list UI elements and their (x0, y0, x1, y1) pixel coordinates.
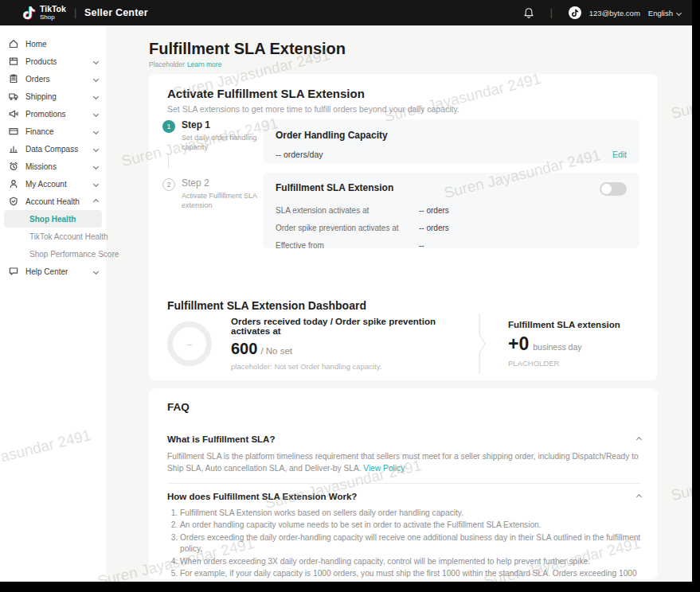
faq-question-2[interactable]: How does Fulfillment SLA Extension Work? (167, 492, 641, 501)
sidebar-item-promotions[interactable]: Promotions (0, 105, 106, 123)
main-content: Fulfillment SLA Extension PlaceholderLea… (106, 25, 692, 582)
top-bar: TikTok Shop | Seller Center | 123@byte.c… (0, 0, 692, 25)
page-subtitle-prefix: Placeholder (149, 60, 185, 68)
tiktok-note-icon (22, 6, 36, 21)
view-policy-link[interactable]: View Policy (363, 464, 405, 473)
orders-gauge: -- (167, 321, 212, 366)
edit-capacity-button[interactable]: Edit (612, 150, 627, 159)
orders-icon (8, 73, 19, 84)
missions-clock-icon (8, 161, 19, 172)
my-account-person-icon (8, 178, 19, 189)
dashboard-title: Fulfillment SLA Extension Dashboard (167, 299, 366, 312)
extension-panel-title: Fulfillment SLA Extension (276, 182, 627, 193)
capacity-panel-title: Order Handling Capacity (276, 130, 627, 141)
chevron-down-icon (93, 111, 99, 116)
sidebar-subitem-label: Shop Health (29, 215, 76, 224)
sidebar-item-label: Account Health (25, 197, 80, 206)
extension-note: PLACHOLDER (508, 359, 620, 368)
faq-question-1[interactable]: What is Fulfillment SLA? (167, 434, 641, 444)
faq-list-item: Fulfillment SLA Extension works based on… (180, 508, 641, 519)
sidebar-item-label: Promotions (25, 110, 66, 119)
faq-divider (167, 483, 641, 484)
chevron-down-icon (93, 58, 99, 64)
step-2-dot: 2 (162, 178, 175, 191)
extension-unit: business day (533, 342, 581, 352)
sidebar-item-home[interactable]: Home (0, 35, 106, 53)
user-avatar[interactable] (569, 6, 581, 19)
sidebar-item-missions[interactable]: Missions (0, 158, 106, 175)
sidebar-item-label: Products (25, 57, 57, 66)
page-subtitle: PlaceholderLearn more (149, 60, 221, 68)
sidebar-subitem-label: TikTok Account Health (29, 232, 108, 241)
chevron-down-icon (93, 128, 99, 134)
row-value: -- (419, 241, 424, 250)
sidebar-subitem-shop-health[interactable]: Shop Health (4, 210, 102, 228)
faq-question-text: How does Fulfillment SLA Extension Work? (167, 492, 357, 501)
orders-received-value: 600 (231, 340, 257, 357)
app-title: Seller Center (84, 7, 148, 18)
chevron-up-icon (636, 493, 642, 499)
sidebar-item-orders[interactable]: Orders (0, 70, 106, 88)
faq-card: FAQ What is Fulfillment SLA? Fulfillment… (149, 388, 658, 579)
step-2-title: Step 2 (182, 177, 258, 189)
sidebar-item-label: Orders (25, 75, 50, 84)
sidebar-item-shipping[interactable]: Shipping (0, 88, 106, 105)
user-email: 123@byte.com (589, 9, 640, 18)
activate-card-title: Activate Fulfillment SLA Extension (167, 87, 365, 100)
sidebar-item-label: Home (25, 40, 47, 49)
sidebar-subitem-shop-performance-score[interactable]: Shop Performance Score (4, 245, 102, 263)
sidebar-item-label: Finance (25, 127, 54, 136)
sidebar-item-label: Data Compass (25, 145, 78, 154)
language-label: English (648, 9, 673, 18)
sidebar-item-products[interactable]: Products (0, 53, 106, 70)
topbar-divider: | (74, 7, 76, 18)
help-center-chat-icon (8, 266, 19, 277)
sidebar-subitem-label: Shop Performance Score (29, 250, 119, 259)
capacity-value: -- orders/day (276, 150, 323, 159)
sidebar-item-my-account[interactable]: My Account (0, 175, 106, 193)
finance-card-icon (8, 126, 19, 137)
step-1-title: Step 1 (182, 119, 258, 130)
sidebar-item-account-health[interactable]: Account Health (0, 193, 106, 210)
chevron-down-icon (93, 93, 99, 99)
chevron-down-icon (676, 10, 682, 15)
chevron-down-icon (93, 146, 99, 151)
step-1-description: Set daily order handling capacity (182, 133, 261, 152)
sidebar-nav: Home Products Orders Shipping Promotions… (0, 25, 106, 582)
sidebar-item-help-center[interactable]: Help Center (0, 263, 106, 280)
toggle-knob (601, 184, 612, 194)
faq-list-item: An order handling capacity volume needs … (180, 520, 641, 531)
data-compass-chart-icon (8, 143, 19, 154)
sidebar-item-data-compass[interactable]: Data Compass (0, 140, 106, 158)
extension-label: Fulfillment SLA extension (508, 320, 620, 329)
sidebar-subitem-tiktok-account-health[interactable]: TikTok Account Health (4, 228, 102, 245)
chevron-down-icon (93, 181, 99, 186)
brand-name: TikTok (40, 5, 66, 14)
home-icon (8, 38, 19, 49)
sidebar-item-finance[interactable]: Finance (0, 123, 106, 140)
faq-title: FAQ (167, 401, 190, 413)
orders-summary: Orders received today / Order spike prev… (231, 317, 470, 371)
chevron-down-icon (93, 76, 99, 81)
sidebar-item-label: My Account (25, 180, 67, 189)
shipping-truck-icon (8, 91, 19, 102)
tiktok-shop-logo[interactable]: TikTok Shop (22, 5, 66, 21)
extension-row: Order spike prevention activates at -- o… (276, 219, 627, 236)
orders-note: placeholder: Not set Order handling capa… (231, 362, 470, 371)
orders-label: Orders received today / Order spike prev… (231, 317, 470, 336)
sla-extension-toggle[interactable] (600, 182, 627, 196)
products-icon (8, 56, 19, 67)
learn-more-link[interactable]: Learn more (187, 60, 221, 68)
row-label: Order spike prevention activates at (276, 224, 419, 232)
language-selector[interactable]: English (648, 9, 681, 18)
step-1: 1 Step 1 Set daily order handling capaci… (162, 119, 258, 152)
activate-card-subtitle: Set SLA extensions to get more time to f… (167, 104, 459, 114)
row-label: Effective from (276, 241, 419, 250)
chevron-up-icon (636, 436, 642, 442)
sidebar-item-label: Shipping (25, 92, 57, 101)
order-handling-capacity-panel: Order Handling Capacity -- orders/day Ed… (263, 119, 639, 163)
step-1-dot: 1 (162, 120, 175, 133)
step-2: 2 Step 2 Activate Fulfillment SLA extens… (162, 177, 258, 210)
notification-bell-icon[interactable] (523, 7, 534, 19)
faq-list-item: When orders exceeding 3X daily order-han… (180, 556, 641, 567)
